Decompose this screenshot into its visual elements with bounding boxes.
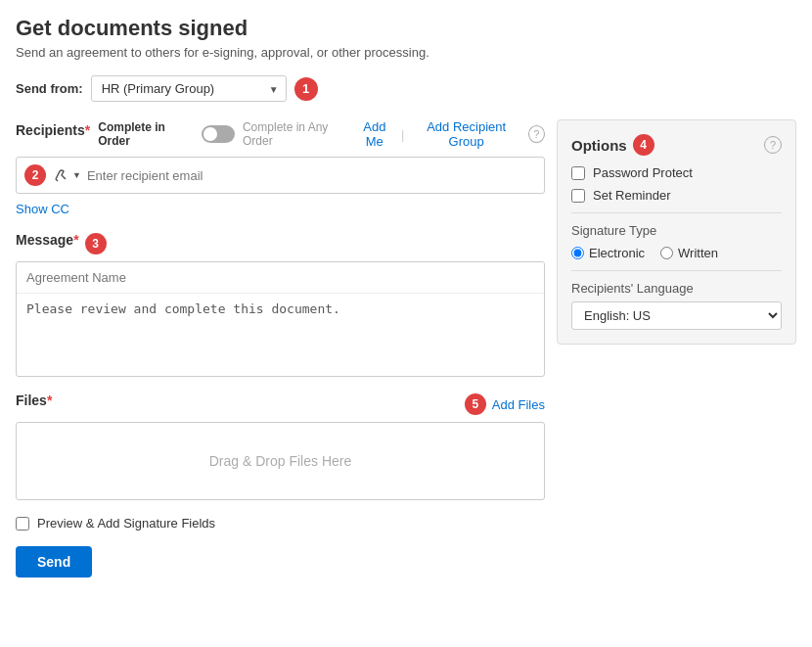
written-radio[interactable]: [660, 247, 673, 259]
divider: |: [401, 127, 404, 142]
pen-icon: [54, 167, 69, 183]
add-recipient-group-button[interactable]: Add Recipient Group: [410, 119, 521, 149]
options-header: Options 4 ?: [571, 134, 782, 156]
message-section: Message 3 Please review and complete thi…: [16, 232, 545, 377]
message-header: Message 3: [16, 232, 545, 255]
recipients-section: Recipients Complete in Order Complete in…: [16, 119, 545, 216]
page-wrapper: Get documents signed Send an agreement t…: [0, 0, 812, 647]
recipients-language-title: Recipients' Language: [571, 281, 782, 296]
drop-zone[interactable]: Drag & Drop Files Here: [16, 422, 545, 500]
electronic-radio[interactable]: [571, 247, 584, 259]
add-files-button[interactable]: Add Files: [492, 397, 545, 412]
send-from-select-wrapper: HR (Primary Group) ▼: [91, 75, 287, 102]
set-reminder-checkbox[interactable]: [571, 189, 585, 203]
electronic-option[interactable]: Electronic: [571, 246, 645, 260]
set-reminder-label: Set Reminder: [593, 188, 670, 203]
recipients-header: Recipients Complete in Order Complete in…: [16, 119, 545, 149]
page-title: Get documents signed: [16, 16, 796, 41]
show-cc-button[interactable]: Show CC: [16, 202, 69, 216]
step-badge-4: 4: [633, 134, 654, 156]
recipients-label: Recipients: [16, 122, 90, 138]
files-label-row: Files: [16, 393, 52, 416]
send-from-row: Send from: HR (Primary Group) ▼ 1: [16, 75, 796, 102]
step-badge-2: 2: [24, 164, 46, 186]
preview-row: Preview & Add Signature Fields: [16, 516, 545, 531]
complete-in-order-label: Complete in Order: [98, 120, 194, 148]
right-panel: Options 4 ? Password Protect Set Reminde…: [557, 119, 796, 345]
electronic-label: Electronic: [589, 246, 645, 260]
toggle-knob: [203, 127, 217, 141]
options-divider-1: [571, 212, 782, 213]
options-help-icon[interactable]: ?: [764, 136, 782, 154]
message-box: Please review and complete this document…: [16, 261, 545, 377]
written-label: Written: [678, 246, 718, 260]
message-label: Message: [16, 232, 79, 248]
agreement-name-input[interactable]: [17, 262, 544, 294]
signature-type-title: Signature Type: [571, 223, 782, 238]
drop-zone-label: Drag & Drop Files Here: [209, 453, 352, 469]
message-textarea[interactable]: Please review and complete this document…: [17, 294, 544, 372]
preview-label: Preview & Add Signature Fields: [37, 516, 215, 531]
password-protect-checkbox[interactable]: [571, 166, 585, 180]
password-protect-row: Password Protect: [571, 165, 782, 180]
recipients-left: Recipients Complete in Order Complete in…: [16, 120, 354, 148]
help-icon[interactable]: ?: [528, 125, 545, 143]
recipient-input-row: 2 ▼: [16, 157, 545, 194]
step-badge-5: 5: [465, 393, 486, 415]
signature-type-icon-button[interactable]: ▼: [54, 167, 81, 183]
password-protect-label: Password Protect: [593, 165, 693, 180]
send-from-select[interactable]: HR (Primary Group): [91, 75, 287, 102]
language-select[interactable]: English: US French German Spanish Japane…: [571, 301, 782, 330]
signature-type-row: Electronic Written: [571, 246, 782, 260]
set-reminder-row: Set Reminder: [571, 188, 782, 203]
written-option[interactable]: Written: [660, 246, 718, 260]
main-content: Recipients Complete in Order Complete in…: [16, 119, 796, 578]
add-me-button[interactable]: Add Me: [354, 119, 395, 149]
options-title: Options: [571, 137, 627, 154]
step-badge-3: 3: [85, 233, 107, 254]
complete-order-toggle[interactable]: [202, 125, 235, 143]
step-badge-1: 1: [294, 77, 318, 101]
files-header: Files 5 Add Files: [16, 393, 545, 416]
options-divider-2: [571, 270, 782, 271]
recipient-email-input[interactable]: [87, 168, 536, 183]
chevron-small-icon: ▼: [72, 170, 81, 180]
page-subtitle: Send an agreement to others for e-signin…: [16, 45, 796, 60]
send-button[interactable]: Send: [16, 546, 92, 578]
recipients-right: Add Me | Add Recipient Group ?: [354, 119, 545, 149]
left-panel: Recipients Complete in Order Complete in…: [16, 119, 545, 578]
complete-any-order-label: Complete in Any Order: [243, 120, 354, 148]
preview-checkbox[interactable]: [16, 517, 29, 531]
send-from-label: Send from:: [16, 81, 83, 96]
files-label: Files: [16, 393, 52, 408]
files-section: Files 5 Add Files Drag & Drop Files Here: [16, 393, 545, 500]
